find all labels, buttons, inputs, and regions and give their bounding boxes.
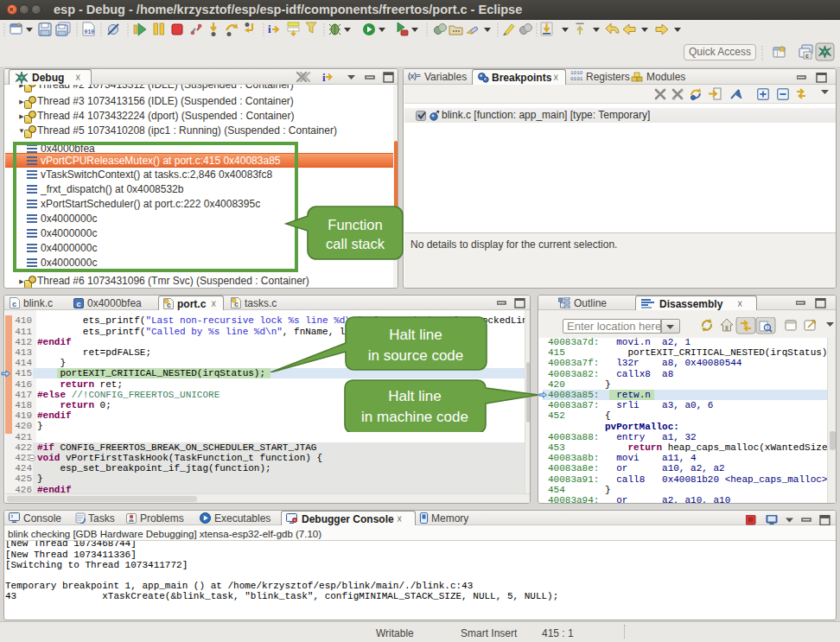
svg-text:c: c xyxy=(167,301,171,309)
svg-text:Halt line: Halt line xyxy=(389,327,442,343)
svg-text:c: c xyxy=(77,300,81,308)
svg-text:010: 010 xyxy=(85,29,95,35)
svg-text:in source code: in source code xyxy=(368,347,464,364)
svg-text:c: c xyxy=(805,53,809,59)
svg-text:i: i xyxy=(268,22,271,35)
svg-text:Halt line: Halt line xyxy=(388,388,441,404)
svg-text:i: i xyxy=(322,71,326,84)
svg-text:c: c xyxy=(12,300,16,308)
svg-text:Function: Function xyxy=(328,217,382,232)
svg-text:c: c xyxy=(234,300,239,308)
svg-text:call stack: call stack xyxy=(326,236,385,251)
svg-text:in machine code: in machine code xyxy=(361,409,468,425)
